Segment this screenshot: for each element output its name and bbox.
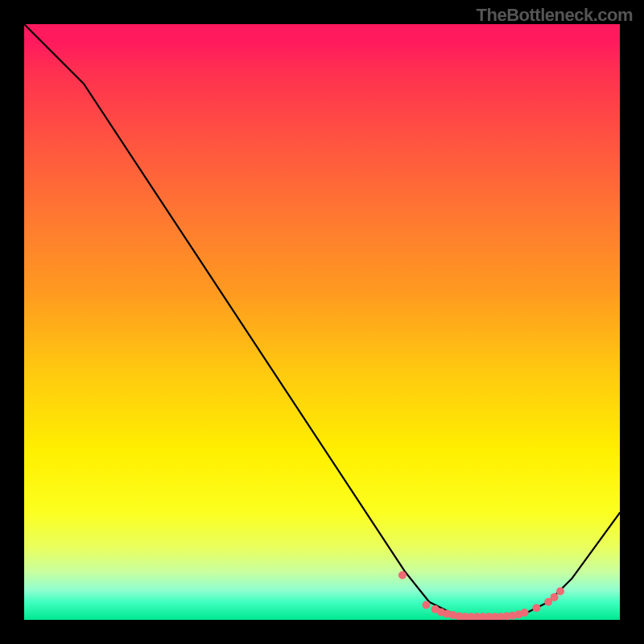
chart-plot-area [24,24,620,620]
chart-marker-dot [551,593,559,601]
chart-line-curve [24,24,620,617]
chart-marker-dot [521,609,529,617]
chart-marker-dot [423,601,431,609]
chart-marker-dot [556,587,564,595]
chart-marker-dot [398,572,407,580]
chart-marker-dot [532,604,540,612]
watermark-text: TheBottleneck.com [477,5,633,26]
chart-svg [24,24,620,620]
